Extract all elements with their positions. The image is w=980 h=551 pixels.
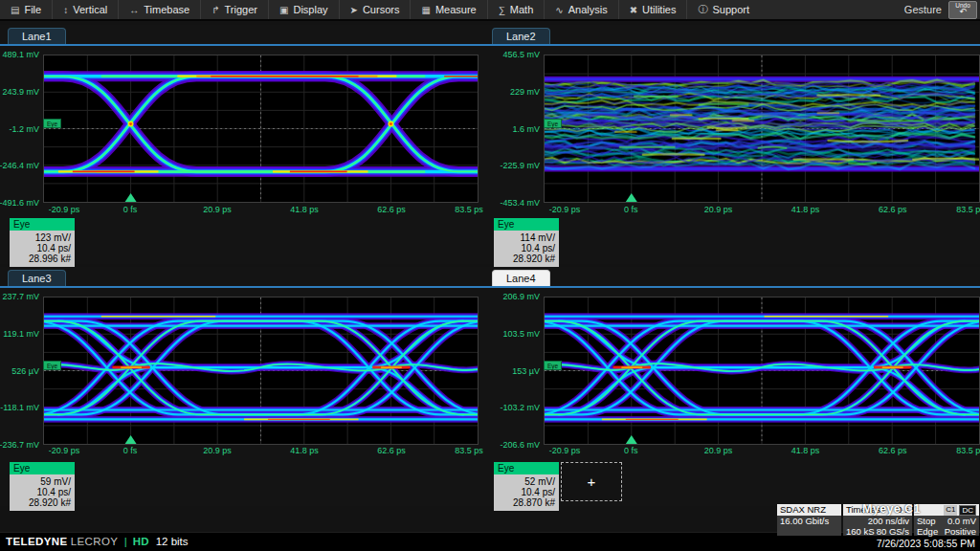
brand-teledyne: TELEDYNE <box>6 536 68 547</box>
menu-item-utilities[interactable]: ✖Utilities <box>618 0 687 19</box>
x-tick-label: 0 fs <box>123 205 138 214</box>
graticule-lane4[interactable]: Eye <box>544 297 980 445</box>
panel-lane2: Lane2456.5 mV229 mV1.6 mV-225.9 mV-453.4… <box>484 25 980 264</box>
x-tick-label: 20.9 ps <box>704 205 733 214</box>
x-tick-label: 41.8 ps <box>290 446 319 455</box>
x-tick-label: -20.9 ps <box>49 205 80 214</box>
trigger-kind: Edge <box>917 527 938 538</box>
trigger-icon: ↱ <box>212 5 219 15</box>
x-tick-label: 0 fs <box>624 446 638 455</box>
descriptor-line: 28.920 k# <box>13 497 71 508</box>
measure-icon: ▦ <box>421 5 430 15</box>
menu-item-timebase[interactable]: ↔Timebase <box>118 0 200 19</box>
descriptor-title: Eye <box>10 218 75 231</box>
trigger-status-box[interactable]: C1 DC Stop0.0 mV EdgePositive <box>914 504 979 536</box>
y-tick-label: -246.4 mV <box>0 161 39 170</box>
undo-arrow-icon: ↶ <box>949 8 976 16</box>
trace-marker-lane4[interactable]: Eye <box>544 361 562 370</box>
x-axis-lane2: -20.9 ps0 fs20.9 ps41.8 ps62.6 ps83.5 ps <box>544 205 980 216</box>
y-tick-label: -1.2 mV <box>9 124 39 134</box>
panel-lane3: Lane3237.7 mV119.1 mV526 µV-118.1 mV-236… <box>0 267 484 506</box>
trigger-mode: Stop <box>917 517 936 527</box>
y-tick-label: 153 µV <box>512 366 540 376</box>
descriptor-title: Eye <box>10 462 75 474</box>
tab-lane1[interactable]: Lane1 <box>8 28 66 44</box>
y-tick-label: -118.1 mV <box>0 403 39 412</box>
y-tick-label: 206.9 mV <box>502 292 540 301</box>
tabstrip-lane3: Lane3 <box>0 269 484 288</box>
x-tick-label: 83.5 ps <box>956 205 980 214</box>
descriptor-line: 10.4 ps/ <box>13 487 71 497</box>
graticule-lane3[interactable]: Eye <box>43 297 479 445</box>
y-axis-lane4: 206.9 mV103.5 mV153 µV-103.2 mV-206.6 mV <box>484 297 544 445</box>
menu-item-trigger[interactable]: ↱Trigger <box>200 0 268 19</box>
timebase-perdiv: 200 ns/div <box>868 517 909 527</box>
menu-item-label: Display <box>293 4 327 15</box>
y-axis-lane1: 489.1 mV243.9 mV-1.2 mV-246.4 mV-491.6 m… <box>0 55 43 203</box>
tab-lane2[interactable]: Lane2 <box>492 28 550 44</box>
display-icon: ▣ <box>279 5 288 15</box>
trace-marker-lane2[interactable]: Eye <box>544 119 562 128</box>
brand-divider: | <box>124 536 127 547</box>
menu-item-label: File <box>24 4 41 15</box>
trace-marker-lane1[interactable]: Eye <box>43 119 61 128</box>
brand-hd: HD <box>133 536 149 547</box>
brand-logo: TELEDYNE LECROY | HD 12 bits <box>6 536 189 547</box>
y-tick-label: 526 µV <box>11 366 39 376</box>
tab-lane4[interactable]: Lane4 <box>492 270 550 286</box>
x-tick-label: 62.6 ps <box>377 446 406 455</box>
y-tick-label: -225.9 mV <box>500 161 540 170</box>
x-axis-lane4: -20.9 ps0 fs20.9 ps41.8 ps62.6 ps83.5 ps <box>544 446 980 457</box>
menu-item-math[interactable]: ∑Math <box>487 0 545 19</box>
cursors-icon: ➤ <box>350 5 358 15</box>
timebase-offset: 0 s <box>897 504 909 516</box>
tabstrip-lane2: Lane2 <box>484 27 980 46</box>
x-axis-lane3: -20.9 ps0 fs20.9 ps41.8 ps62.6 ps83.5 ps <box>43 446 479 457</box>
timebase-samples: 160 kS <box>846 527 875 538</box>
x-tick-label: 83.5 ps <box>956 446 980 455</box>
x-tick-label: 41.8 ps <box>290 205 319 214</box>
trigger-slope: Positive <box>945 527 976 538</box>
y-tick-label: 119.1 mV <box>3 329 39 339</box>
menu-item-support[interactable]: ⓘSupport <box>686 0 760 19</box>
y-tick-label: -103.2 mV <box>500 403 540 412</box>
sda-bitrate: 16.00 Gbit/s <box>780 517 829 527</box>
menu-item-file[interactable]: ▤File <box>0 0 52 19</box>
x-tick-label: 0 fs <box>123 446 138 455</box>
x-tick-label: 41.8 ps <box>791 205 820 214</box>
menu-item-label: Trigger <box>225 4 257 15</box>
descriptor-lane2[interactable]: Eye114 mV/10.4 ps/28.920 k# <box>494 218 559 267</box>
y-tick-label: 237.7 mV <box>2 292 39 301</box>
add-trace-box[interactable]: + <box>561 462 622 501</box>
menu-item-cursors[interactable]: ➤Cursors <box>339 0 411 19</box>
sda-status-box[interactable]: SDAX NRZ 16.00 Gbit/s <box>777 504 841 536</box>
menu-item-label: Analysis <box>568 4 608 15</box>
file-icon: ▤ <box>11 5 19 15</box>
undo-button[interactable]: Undo ↶ <box>948 1 977 19</box>
y-tick-label: 489.1 mV <box>2 50 39 59</box>
tab-lane3[interactable]: Lane3 <box>8 270 66 286</box>
descriptor-line: 52 mV/ <box>498 476 555 487</box>
graticule-lane2[interactable]: Eye <box>544 55 980 203</box>
descriptor-lane3[interactable]: Eye59 mV/10.4 ps/28.920 k# <box>10 462 75 511</box>
x-tick-label: 83.5 ps <box>455 446 483 455</box>
menu-item-label: Timebase <box>144 4 189 15</box>
menu-item-vertical[interactable]: ↕Vertical <box>52 0 118 19</box>
menu-item-display[interactable]: ▣Display <box>268 0 339 19</box>
menu-bar: ▤File↕Vertical↔Timebase↱Trigger▣Display➤… <box>0 0 980 21</box>
descriptor-line: 28.920 k# <box>498 253 555 264</box>
descriptor-lane1[interactable]: Eye123 mV/10.4 ps/28.996 k# <box>10 218 75 267</box>
y-axis-lane3: 237.7 mV119.1 mV526 µV-118.1 mV-236.7 mV <box>0 297 43 445</box>
trace-marker-lane3[interactable]: Eye <box>43 361 61 370</box>
menu-item-measure[interactable]: ▦Measure <box>410 0 486 19</box>
graticule-lane1[interactable]: Eye <box>43 55 479 203</box>
menu-item-analysis[interactable]: ∿Analysis <box>544 0 617 19</box>
x-tick-label: 62.6 ps <box>879 205 907 214</box>
menu-item-label: Measure <box>435 4 477 15</box>
descriptor-lane4[interactable]: Eye52 mV/10.4 ps/28.870 k# <box>494 462 559 511</box>
descriptor-title: Eye <box>494 218 559 231</box>
x-tick-label: -20.9 ps <box>549 205 581 214</box>
sda-title: SDAX NRZ <box>780 504 826 516</box>
timebase-status-box[interactable]: Timebase 0 s 200 ns/div 160 kS80 GS/s <box>843 504 912 536</box>
descriptor-line: 10.4 ps/ <box>498 243 555 253</box>
